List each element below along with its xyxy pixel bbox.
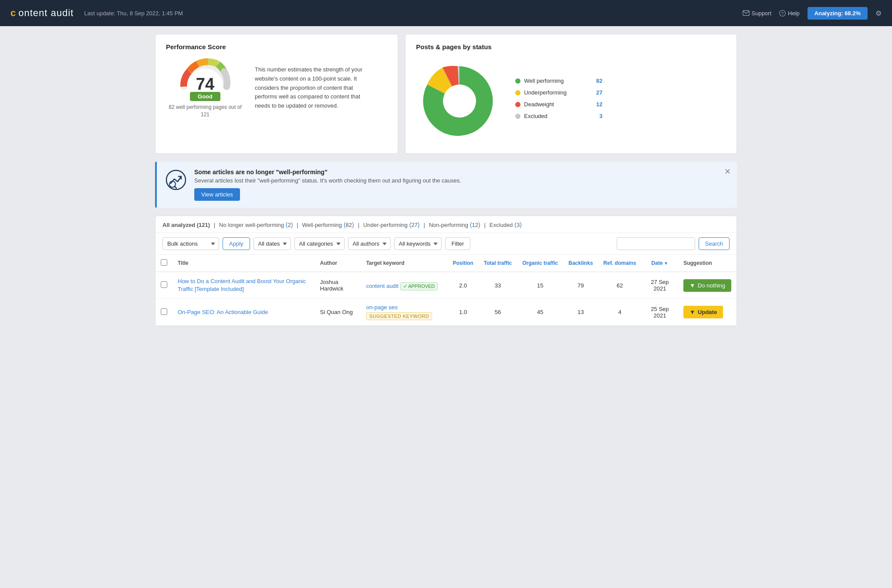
legend-count-well: 82	[596, 78, 602, 84]
all-authors-select[interactable]: All authors	[348, 237, 391, 250]
perf-description: This number estimates the strength of yo…	[255, 65, 368, 111]
svg-rect-0	[743, 10, 749, 15]
suggestion-button-2[interactable]: ▼ Update	[683, 306, 723, 318]
all-categories-select[interactable]: All categories	[294, 237, 345, 250]
tab-well-performing[interactable]: Well-performing (82)	[302, 221, 356, 228]
row-checkbox-1[interactable]	[161, 281, 167, 288]
row-total-traffic-2: 56	[479, 299, 517, 326]
row-ref-domains-1: 62	[598, 272, 641, 299]
legend-item-excl[interactable]: Excluded 3	[515, 113, 602, 119]
keyword-badge-1: APPROVED	[400, 282, 438, 291]
tab-excluded[interactable]: Excluded (3)	[490, 221, 522, 228]
row-keyword-1: content audit APPROVED	[361, 272, 448, 299]
row-suggestion-1: ▼ Do nothing	[678, 272, 737, 299]
cards-row: Performance Score	[155, 34, 737, 154]
select-all-checkbox[interactable]	[161, 259, 167, 266]
legend-count-excl: 3	[599, 113, 602, 119]
header-right: Support ? Help Analyzing: 68.2% ⚙	[743, 7, 882, 20]
apply-button[interactable]: Apply	[223, 237, 250, 250]
support-link[interactable]: Support	[743, 10, 772, 17]
row-title-1: How to Do a Content Audit and Boost Your…	[172, 272, 315, 299]
row-date-2: 25 Sep 2021	[642, 299, 679, 326]
col-title: Title	[172, 255, 315, 272]
legend-dot-dead	[515, 102, 520, 107]
tab-non-performing[interactable]: Non-performing (12)	[429, 221, 482, 228]
col-organic-traffic[interactable]: Organic traffic	[517, 255, 563, 272]
gauge-wrap: 74 Good 82 well performing pages out of …	[166, 57, 244, 118]
table-body: How to Do a Content Audit and Boost Your…	[155, 272, 737, 326]
trending-up-icon	[166, 169, 186, 190]
logo: c ontent audit Last update: Thu, 8 Sep 2…	[10, 7, 183, 19]
alert-description: Several articles lost their "well-perfor…	[194, 177, 461, 184]
table-row: How to Do a Content Audit and Boost Your…	[155, 272, 737, 299]
col-keyword: Target keyword	[361, 255, 448, 272]
col-position[interactable]: Position	[447, 255, 478, 272]
table-header: Title Author Target keyword Position Tot…	[155, 255, 737, 272]
chart-legend: Well performing 82 Underperforming 27 De…	[515, 78, 602, 125]
row-date-1: 27 Sep 2021	[642, 272, 679, 299]
legend-item-under[interactable]: Underperforming 27	[515, 89, 602, 96]
gear-icon[interactable]: ⚙	[875, 9, 882, 17]
alert-icon	[166, 169, 186, 194]
help-icon: ?	[779, 10, 786, 17]
row-ref-domains-2: 4	[598, 299, 641, 326]
help-link[interactable]: ? Help	[779, 10, 800, 17]
legend-item-well[interactable]: Well performing 82	[515, 78, 602, 84]
posts-by-status-card: Posts & pages by status	[405, 34, 737, 154]
tab-all-analyzed[interactable]: All analyzed (121)	[162, 222, 212, 228]
tab-under-performing[interactable]: Under-performing (27)	[363, 221, 421, 228]
legend-dot-under	[515, 90, 520, 95]
search-button[interactable]: Search	[699, 237, 730, 250]
article-link-2[interactable]: On-Page SEO: An Actionable Guide	[178, 308, 310, 316]
row-keyword-2: on-page seo SUGGESTED KEYWORD	[361, 299, 448, 326]
articles-table: Title Author Target keyword Position Tot…	[155, 255, 737, 326]
keyword-badge-2: SUGGESTED KEYWORD	[366, 312, 432, 320]
suggestion-button-1[interactable]: ▼ Do nothing	[683, 279, 731, 292]
email-icon	[743, 10, 750, 16]
legend-dot-excl	[515, 114, 520, 119]
all-keywords-select[interactable]: All keywords	[394, 237, 442, 250]
keyword-link-2[interactable]: on-page seo	[366, 304, 398, 311]
col-backlinks[interactable]: Backlinks	[563, 255, 598, 272]
col-date[interactable]: Date	[642, 255, 679, 272]
perf-content: 74 Good 82 well performing pages out of …	[166, 57, 387, 118]
legend-item-dead[interactable]: Deadweight 12	[515, 101, 602, 108]
row-total-traffic-1: 33	[479, 272, 517, 299]
row-backlinks-2: 13	[563, 299, 598, 326]
analyzing-button[interactable]: Analyzing: 68.2%	[808, 7, 868, 20]
logo-text: ontent audit	[18, 7, 74, 19]
alert-body: Some articles are no longer "well-perfor…	[194, 169, 461, 201]
chevron-down-icon: ▼	[689, 282, 695, 289]
app-header: c ontent audit Last update: Thu, 8 Sep 2…	[0, 0, 892, 26]
keyword-link-1[interactable]: content audit	[366, 283, 399, 289]
row-author-1: Joshua Hardwick	[315, 272, 361, 299]
svg-text:?: ?	[781, 11, 784, 16]
status-card-title: Posts & pages by status	[416, 43, 726, 51]
row-organic-traffic-2: 45	[517, 299, 563, 326]
bulk-actions-select[interactable]: Bulk actions	[162, 237, 219, 250]
perf-card-title: Performance Score	[166, 43, 387, 51]
all-dates-select[interactable]: All dates	[253, 237, 291, 250]
pie-svg	[416, 57, 503, 145]
table-row: On-Page SEO: An Actionable Guide Si Quan…	[155, 299, 737, 326]
performance-score-card: Performance Score	[155, 34, 398, 154]
row-organic-traffic-1: 15	[517, 272, 563, 299]
col-total-traffic[interactable]: Total traffic	[479, 255, 517, 272]
legend-count-dead: 12	[596, 101, 602, 108]
row-suggestion-2: ▼ Update	[678, 299, 737, 326]
close-icon[interactable]: ✕	[724, 167, 731, 176]
view-articles-button[interactable]: View articles	[194, 188, 240, 201]
article-link-1[interactable]: How to Do a Content Audit and Boost Your…	[178, 277, 310, 293]
search-input[interactable]	[617, 237, 695, 250]
status-content: Well performing 82 Underperforming 27 De…	[416, 57, 726, 145]
row-checkbox-2[interactable]	[161, 308, 167, 315]
tab-no-longer[interactable]: No longer well-performing (2)	[219, 221, 294, 228]
pie-chart	[416, 57, 503, 145]
col-ref-domains[interactable]: Ref. domains	[598, 255, 641, 272]
filter-bar: Bulk actions Apply All dates All categor…	[155, 233, 737, 255]
col-author: Author	[315, 255, 361, 272]
filter-button[interactable]: Filter	[445, 237, 471, 250]
alert-title: Some articles are no longer "well-perfor…	[194, 169, 461, 176]
col-suggestion: Suggestion	[678, 255, 737, 272]
row-backlinks-1: 79	[563, 272, 598, 299]
